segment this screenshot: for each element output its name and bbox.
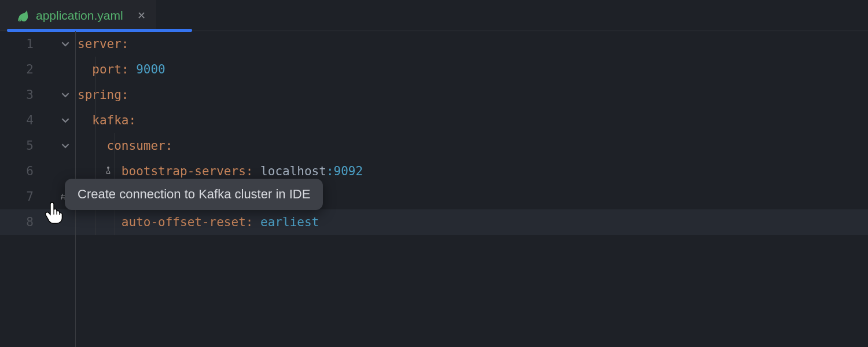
- line-number: 2: [0, 57, 42, 82]
- line-number: 7: [0, 184, 42, 209]
- code-line[interactable]: 5 consumer:: [0, 133, 868, 158]
- line-number: 6: [0, 158, 42, 184]
- line-number: 1: [0, 31, 42, 57]
- code-line[interactable]: 8 auto-offset-reset: earliest: [0, 209, 868, 235]
- code-line[interactable]: 4 kafka:: [0, 108, 868, 133]
- line-number: 5: [0, 133, 42, 158]
- line-number: 8: [0, 209, 42, 235]
- spring-config-icon: [16, 9, 30, 23]
- editor[interactable]: 1 server: 2 port: 9000 3 spring: 4: [0, 31, 868, 347]
- tooltip-text: Create connection to Kafka cluster in ID…: [78, 187, 310, 201]
- code-line[interactable]: 2 port: 9000: [0, 57, 868, 82]
- line-number: 3: [0, 82, 42, 108]
- tab-bar: application.yaml ✕: [0, 0, 868, 31]
- code-line[interactable]: 1 server:: [0, 31, 868, 57]
- code-line[interactable]: 3 spring:: [0, 82, 868, 108]
- intention-tooltip[interactable]: Create connection to Kafka cluster in ID…: [65, 179, 323, 210]
- line-number: 4: [0, 108, 42, 133]
- close-icon[interactable]: ✕: [137, 9, 146, 22]
